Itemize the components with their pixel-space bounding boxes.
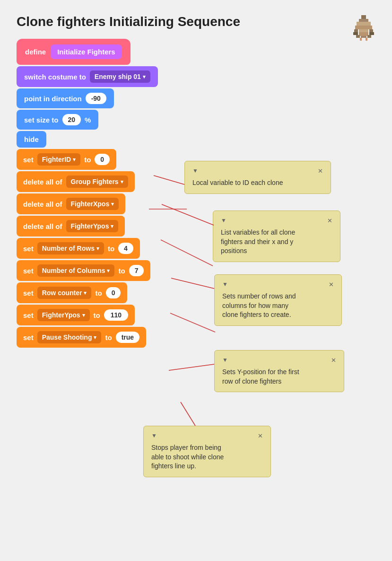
ypos-value: 110 bbox=[104, 309, 128, 321]
set-label-1: set bbox=[23, 156, 34, 164]
fighter-ypos-dropdown[interactable]: FighterYpos ▾ bbox=[37, 309, 90, 321]
svg-rect-0 bbox=[361, 15, 366, 19]
rows-dropdown[interactable]: Number of Rows ▾ bbox=[37, 242, 104, 254]
svg-rect-5 bbox=[359, 29, 368, 32]
set-label-4: set bbox=[23, 289, 34, 297]
hide-label: hide bbox=[24, 135, 39, 143]
note-5-text: Stops player from being able to shoot wh… bbox=[151, 443, 263, 471]
define-block: define Initialize Fighters bbox=[17, 39, 375, 65]
define-name: Initialize Fighters bbox=[51, 44, 122, 59]
note-3-collapse[interactable]: ▼ bbox=[222, 280, 228, 289]
note-1-text: Local variable to ID each clone bbox=[192, 179, 283, 186]
pause-value: true bbox=[116, 332, 139, 343]
columns-value: 7 bbox=[129, 265, 144, 276]
note-4: ▼ ✕ Sets Y-position for the first row of… bbox=[214, 350, 344, 392]
set-size-block: set size to 20 % bbox=[17, 110, 375, 130]
to-label-2: to bbox=[108, 245, 114, 253]
delete-label-1: delete all of bbox=[23, 178, 62, 186]
to-label-1: to bbox=[84, 156, 91, 164]
note-3: ▼ ✕ Sets number of rows and columns for … bbox=[214, 274, 342, 326]
set-size-label: set size to bbox=[24, 116, 59, 124]
to-label-4: to bbox=[95, 289, 102, 297]
set-pause-shooting-block: set Pause Shooting ▾ to true bbox=[17, 327, 375, 348]
note-1: ▼ ✕ Local variable to ID each clone bbox=[184, 161, 331, 194]
svg-rect-1 bbox=[359, 19, 368, 22]
svg-rect-6 bbox=[369, 29, 373, 32]
fighter-ypos-list-dropdown[interactable]: FighterYpos ▾ bbox=[66, 220, 119, 232]
hide-block: hide bbox=[17, 131, 375, 148]
point-direction-label: point in direction bbox=[24, 95, 82, 103]
direction-value: -90 bbox=[86, 93, 106, 104]
note-3-close[interactable]: ✕ bbox=[329, 280, 334, 289]
svg-rect-4 bbox=[354, 29, 358, 32]
svg-rect-3 bbox=[355, 26, 372, 29]
to-label-3: to bbox=[118, 267, 125, 275]
set-label-6: set bbox=[23, 333, 34, 342]
switch-costume-label: switch costume to bbox=[24, 73, 86, 81]
fighter-id-value: 0 bbox=[95, 154, 110, 165]
fighter-xpos-dropdown[interactable]: FighterXpos ▾ bbox=[66, 198, 119, 210]
note-5-collapse[interactable]: ▼ bbox=[151, 432, 157, 440]
define-label: define bbox=[25, 48, 46, 56]
to-label-5: to bbox=[94, 311, 100, 319]
note-2-collapse[interactable]: ▼ bbox=[221, 217, 226, 225]
page-title: Clone fighters Initializing Sequence bbox=[0, 0, 392, 34]
note-3-text: Sets number of rows and columns for how … bbox=[222, 292, 334, 320]
columns-dropdown[interactable]: Number of Columns ▾ bbox=[37, 264, 115, 277]
fighter-id-dropdown[interactable]: FighterID ▾ bbox=[37, 153, 80, 166]
row-counter-dropdown[interactable]: Row counter ▾ bbox=[37, 287, 92, 299]
set-label-5: set bbox=[23, 311, 34, 319]
to-label-6: to bbox=[105, 333, 112, 342]
note-2: ▼ ✕ List variables for all clone fighter… bbox=[213, 210, 340, 262]
set-label-2: set bbox=[23, 245, 34, 253]
costume-dropdown[interactable]: Enemy ship 01 ▾ bbox=[90, 70, 150, 83]
group-fighters-dropdown[interactable]: Group Fighters ▾ bbox=[66, 175, 128, 188]
set-label-3: set bbox=[23, 267, 34, 275]
svg-line-23 bbox=[169, 364, 214, 370]
note-4-collapse[interactable]: ▼ bbox=[222, 356, 228, 364]
point-direction-block: point in direction -90 bbox=[17, 88, 375, 108]
delete-label-2: delete all of bbox=[23, 200, 62, 208]
note-1-close[interactable]: ✕ bbox=[318, 167, 323, 175]
note-4-close[interactable]: ✕ bbox=[331, 356, 336, 365]
note-2-text: List variables for all clone fighters an… bbox=[221, 228, 332, 256]
note-5-close[interactable]: ✕ bbox=[258, 432, 263, 440]
size-value: 20 bbox=[62, 114, 81, 125]
size-unit: % bbox=[85, 116, 91, 124]
note-2-close[interactable]: ✕ bbox=[327, 217, 332, 225]
pause-shooting-dropdown[interactable]: Pause Shooting ▾ bbox=[37, 331, 102, 343]
switch-costume-block: switch costume to Enemy ship 01 ▾ bbox=[17, 66, 375, 87]
rows-value: 4 bbox=[118, 243, 133, 254]
delete-label-3: delete all of bbox=[23, 222, 62, 230]
svg-line-24 bbox=[181, 402, 195, 426]
row-counter-value: 0 bbox=[106, 287, 121, 298]
svg-rect-2 bbox=[357, 22, 371, 26]
note-5: ▼ ✕ Stops player from being able to shoo… bbox=[143, 426, 271, 477]
note-4-text: Sets Y-position for the first row of clo… bbox=[222, 368, 336, 386]
note-1-collapse[interactable]: ▼ bbox=[192, 167, 198, 175]
